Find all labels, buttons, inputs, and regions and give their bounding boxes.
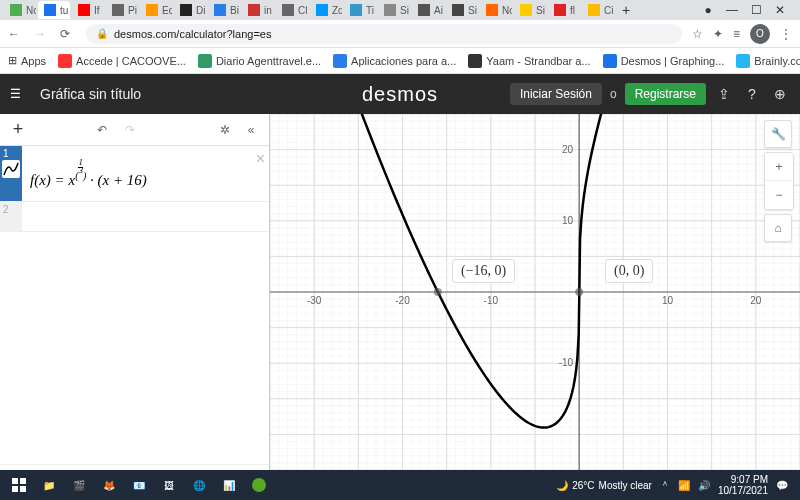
wifi-icon[interactable]: 📶 [678,480,690,491]
expression-input[interactable]: f(x) = x(13) · (x + 16) [22,146,269,201]
collapse-panel-button[interactable]: « [239,118,263,142]
apps-shortcut[interactable]: ⊞Apps [8,54,46,67]
bookmark-item[interactable]: Aplicaciones para a... [333,54,456,68]
taskbar-app[interactable]: 🖼 [154,472,184,498]
taskbar-app[interactable] [244,472,274,498]
wrench-settings-button[interactable]: 🔧 [764,120,792,148]
star-bookmark-icon[interactable]: ☆ [692,27,703,41]
bookmark-item[interactable]: Desmos | Graphing... [603,54,725,68]
minimize-button[interactable]: — [724,3,740,17]
language-icon[interactable]: ⊕ [770,86,790,102]
svg-text:-20: -20 [395,295,410,306]
taskbar-app[interactable]: 🦊 [94,472,124,498]
hamburger-icon[interactable]: ☰ [10,87,28,101]
expression-color-swatch[interactable] [2,160,20,178]
graph-svg: -30-20-101020-101020 [270,114,800,470]
taskbar-app[interactable]: 📧 [124,472,154,498]
expression-row-empty[interactable]: 2 [0,202,269,232]
expression-row[interactable]: 1 f(x) = x(13) · (x + 16) × [0,146,269,202]
chrome-account-icon[interactable]: ● [700,3,716,17]
browser-tab[interactable]: Si [446,1,478,19]
bookmark-favicon [736,54,750,68]
menu-icon[interactable]: ≡ [733,27,740,41]
volume-icon[interactable]: 🔊 [698,480,710,491]
sign-up-button[interactable]: Registrarse [625,83,706,105]
browser-tab[interactable]: If [72,1,104,19]
browser-tab[interactable]: Zd [310,1,342,19]
taskbar-app[interactable]: 📊 [214,472,244,498]
browser-tab[interactable]: No [480,1,512,19]
browser-tab[interactable]: Si [378,1,410,19]
graph-title[interactable]: Gráfica sin título [40,86,141,102]
browser-tab[interactable]: Ed [140,1,172,19]
browser-tab[interactable]: Pi [106,1,138,19]
taskbar-app[interactable]: 📁 [34,472,64,498]
browser-tab[interactable]: Cl [276,1,308,19]
chrome-menu-icon[interactable]: ⋮ [780,27,792,41]
svg-text:-10: -10 [484,295,499,306]
tray-chevron-icon[interactable]: ＾ [660,478,670,492]
browser-tab[interactable]: No [4,1,36,19]
taskbar-app[interactable]: 🌐 [184,472,214,498]
profile-avatar[interactable]: O [750,24,770,44]
bookmark-favicon [198,54,212,68]
add-expression-button[interactable]: + [6,118,30,142]
zoom-out-button[interactable]: − [765,181,793,209]
favicon [418,4,430,16]
start-button[interactable] [4,472,34,498]
favicon [486,4,498,16]
help-icon[interactable]: ? [742,86,762,102]
reload-button[interactable]: ⟳ [60,27,76,41]
new-tab-button[interactable]: + [616,1,636,19]
browser-tab[interactable]: tu [38,1,70,19]
redo-button[interactable]: ↷ [118,118,142,142]
browser-tab[interactable]: Si [514,1,546,19]
forward-button[interactable]: → [34,27,50,41]
undo-button[interactable]: ↶ [90,118,114,142]
favicon [180,4,192,16]
graph-canvas[interactable]: -30-20-101020-101020 (−16, 0) (0, 0) 🔧 +… [270,114,800,500]
bookmark-item[interactable]: Diario Agenttravel.e... [198,54,321,68]
browser-tab[interactable]: Ti [344,1,376,19]
weather-desc: Mostly clear [599,480,652,491]
notifications-icon[interactable]: 💬 [776,480,788,491]
lock-icon: 🔒 [96,28,108,39]
close-button[interactable]: ✕ [772,3,788,17]
taskbar-app[interactable]: 🎬 [64,472,94,498]
graph-tools: 🔧 + − ⌂ [764,120,794,242]
sign-in-button[interactable]: Iniciar Sesión [510,83,602,105]
weather-widget[interactable]: 🌙 26°C Mostly clear [556,480,652,491]
delete-expression-button[interactable]: × [256,150,265,168]
browser-tab[interactable]: in [242,1,274,19]
extensions-icon[interactable]: ✦ [713,27,723,41]
bookmark-favicon [58,54,72,68]
bookmark-item[interactable]: Brainly.com - For st... [736,54,800,68]
expression-toolbar: + ↶ ↷ ✲ « [0,114,269,146]
svg-rect-148 [12,478,18,484]
favicon [248,4,260,16]
browser-tab[interactable]: Ai [412,1,444,19]
browser-tab[interactable]: Bi [208,1,240,19]
bookmark-item[interactable]: Accede | CACOOVE... [58,54,186,68]
browser-tab[interactable]: fl [548,1,580,19]
bookmarks-bar: ⊞Apps Accede | CACOOVE... Diario Agenttr… [0,48,800,74]
bookmark-item[interactable]: Yaam - Strandbar a... [468,54,590,68]
favicon [10,4,22,16]
svg-text:-30: -30 [307,295,322,306]
point-label: (−16, 0) [452,259,515,283]
address-bar-row: ← → ⟳ 🔒 desmos.com/calculator?lang=es ☆ … [0,20,800,48]
weather-temp: 26°C [572,480,594,491]
maximize-button[interactable]: ☐ [748,3,764,17]
settings-icon[interactable]: ✲ [213,118,237,142]
zoom-in-button[interactable]: + [765,153,793,181]
share-icon[interactable]: ⇪ [714,86,734,102]
address-bar[interactable]: 🔒 desmos.com/calculator?lang=es [86,24,682,44]
bookmark-favicon [468,54,482,68]
browser-tab[interactable]: Di [174,1,206,19]
main-area: + ↶ ↷ ✲ « 1 f(x) = x(13) · (x + 16) × [0,114,800,500]
browser-tab[interactable]: Ci [582,1,614,19]
back-button[interactable]: ← [8,27,24,41]
weather-icon: 🌙 [556,480,568,491]
home-zoom-button[interactable]: ⌂ [764,214,792,242]
clock[interactable]: 9:07 PM 10/17/2021 [718,474,768,496]
